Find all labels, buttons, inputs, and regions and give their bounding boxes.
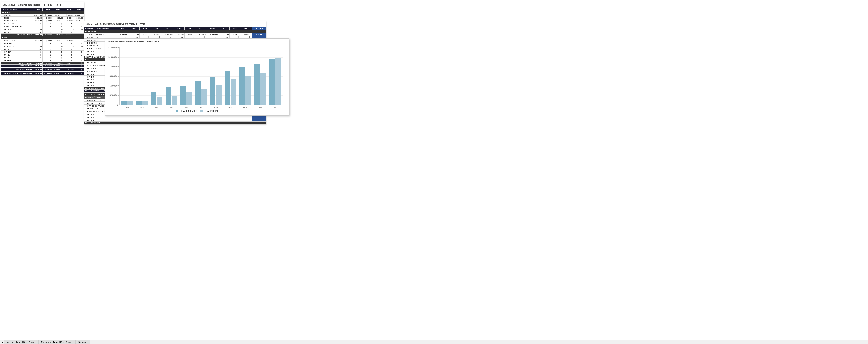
svg-rect-24 — [180, 86, 186, 105]
legend-expenses-color — [176, 110, 179, 112]
table-row: COMMISSION $ 56.00 $ 70.00 $ 80.00 $ 80.… — [1, 20, 84, 22]
svg-rect-16 — [142, 101, 148, 105]
table-row: SERVICE CHARGES $ - $ - $ - $ - $ - — [1, 25, 84, 28]
col-may-h: MAY — [74, 8, 84, 11]
bar-jan-income — [127, 101, 133, 105]
svg-rect-30 — [210, 77, 215, 105]
svg-rect-33 — [225, 71, 230, 105]
bank-header: BANK — [1, 36, 84, 39]
svg-text:APR: APR — [155, 106, 159, 108]
legend-expenses: TOTAL EXPENSES — [176, 110, 197, 112]
svg-rect-39 — [254, 64, 260, 105]
sales-label: SALES — [1, 14, 33, 17]
col-feb: FEB — [42, 8, 53, 11]
svg-rect-15 — [136, 101, 142, 105]
table-row: BONUS PAY $ - $ - $ - $ - $ - $ - $ - $ … — [84, 36, 266, 39]
income-title: ANNUAL BUSINESS BUDGET TEMPLATE — [1, 2, 84, 8]
total-banking-row: TOTAL BANKING $ 70.00 $ 70.00 $ 80.00 $ … — [1, 62, 84, 65]
svg-rect-21 — [165, 87, 171, 105]
col-jan: JAN — [33, 8, 42, 11]
svg-rect-25 — [186, 92, 192, 105]
svg-rect-42 — [269, 59, 275, 105]
svg-text:SEPT: SEPT — [228, 106, 233, 108]
svg-rect-22 — [172, 96, 177, 105]
svg-text:MAY: MAY — [169, 106, 174, 108]
ytd-row: YEAR-TO-DATE TOTAL EXPENSES $ 876.00 $ 1… — [1, 72, 84, 75]
expenses-header-row: EXPENSES - EMPLOYMENT JAN FEB MAR APR MA… — [84, 27, 266, 30]
chart-container: $- $2,000.00 $4,000.00 $6,000.00 $8,000.… — [105, 44, 289, 115]
table-row: FEES $ 50.00 $ 60.00 $ 50.00 $ 50.00 $ 6… — [1, 17, 84, 20]
chart-panel: ANNUAL BUSINESS BUDGET TEMPLATE $- $2,00… — [105, 38, 289, 115]
expenses-title: ANNUAL BUSINESS BUDGET TEMPLATE — [84, 22, 266, 27]
col-exp-label: EXPENSES - EMPLOYMENT — [84, 27, 117, 30]
legend-income-label: TOTAL INCOME — [204, 110, 219, 112]
total-in-house-label: TOTAL IN HOUSE — [1, 34, 33, 36]
svg-text:AUG: AUG — [214, 106, 218, 108]
table-row: DIVIDENDS $ 70.00 $ 70.00 $ 80.00 $ 70.0… — [1, 39, 84, 42]
table-row: SALARIES/WAGES $ 350.00 $ 350.00 $ 350.0… — [84, 33, 266, 36]
table-row: REFUNDS $ - $ - $ - $ - $ - — [1, 45, 84, 48]
table-row: INTEREST $ - $ - $ - $ - $ - — [1, 42, 84, 45]
svg-text:$2,000.00: $2,000.00 — [110, 94, 119, 96]
legend-expenses-label: TOTAL EXPENSES — [179, 110, 197, 112]
income-header-row: INCOME SOURCE JAN FEB MAR APR MAY — [1, 8, 84, 11]
svg-text:$8,000.00: $8,000.00 — [110, 66, 119, 68]
total-expenses-summary-row: TOTAL EXPENSES $ 876.00 $ 960.00 $ 1,055… — [1, 68, 84, 71]
svg-rect-19 — [157, 97, 162, 105]
svg-text:JUN: JUN — [184, 106, 188, 108]
svg-text:NOV: NOV — [258, 106, 262, 108]
svg-text:$4,000.00: $4,000.00 — [110, 85, 119, 87]
table-row: BENEFITS $ - $ - $ - $ - $ - — [1, 22, 84, 25]
bar-chart: $- $2,000.00 $4,000.00 $6,000.00 $8,000.… — [107, 46, 285, 109]
table-row: OTHER $ - $ - $ - $ - $ - — [1, 28, 84, 31]
col-mar: MAR — [53, 8, 64, 11]
svg-text:JAN: JAN — [125, 106, 129, 108]
col-income-source: INCOME SOURCE — [1, 8, 33, 11]
svg-rect-28 — [201, 89, 207, 105]
svg-rect-36 — [239, 67, 245, 105]
svg-rect-40 — [260, 73, 266, 105]
legend-income: TOTAL INCOME — [200, 110, 219, 112]
table-row: OTHER $ - $ - $ - $ - $ - — [1, 59, 84, 62]
svg-rect-31 — [216, 85, 222, 105]
total-in-house-row: TOTAL IN HOUSE $ 806.00 $ 890.00 $ 975.0… — [1, 34, 84, 36]
svg-text:DEC: DEC — [273, 106, 277, 108]
permanent-header: PERMANENT — [84, 30, 266, 33]
in-house-label: IN HOUSE — [1, 11, 84, 14]
svg-rect-34 — [231, 79, 236, 105]
income-panel: ANNUAL BUSINESS BUDGET TEMPLATE INCOME S… — [1, 2, 84, 75]
svg-text:$-: $- — [117, 104, 119, 106]
svg-text:OCT: OCT — [243, 106, 247, 108]
svg-rect-18 — [151, 92, 156, 105]
svg-text:$10,000.00: $10,000.00 — [108, 56, 119, 58]
chart-legend: TOTAL EXPENSES TOTAL INCOME — [107, 109, 287, 113]
table-row: OTHER $ - $ - $ - $ - $ - — [1, 56, 84, 59]
table-row: OTHER $ - $ - $ - $ - $ - — [1, 48, 84, 51]
svg-text:$6,000.00: $6,000.00 — [110, 75, 119, 77]
income-table: INCOME SOURCE JAN FEB MAR APR MAY IN HOU… — [1, 8, 84, 75]
chart-title: ANNUAL BUSINESS BUDGET TEMPLATE — [105, 39, 289, 44]
col-apr: APR — [64, 8, 74, 11]
table-row: SALES $ 700.00 $ 760.00 $ 845.00 $ 500.0… — [1, 14, 84, 17]
bar-jan-expenses — [121, 101, 127, 105]
bank-label: BANK — [1, 36, 84, 39]
table-row: OTHER $ - $ - $ - $ - $ - — [1, 51, 84, 54]
legend-income-color — [200, 110, 203, 112]
svg-text:JUL: JUL — [199, 106, 203, 108]
svg-text:$12,000.00: $12,000.00 — [108, 47, 119, 49]
total-income-row: TOTAL INCOME $ 876.00 $ 960.00 $ 1,055.0… — [1, 65, 84, 67]
svg-rect-43 — [275, 58, 281, 105]
table-row: OTHER $ - $ - $ - $ - $ - — [1, 54, 84, 56]
svg-rect-27 — [195, 81, 201, 105]
svg-text:MAR: MAR — [140, 106, 144, 108]
in-house-header: IN HOUSE — [1, 11, 84, 14]
table-row: OTHER $ - $ - $ - $ - $ - — [1, 31, 84, 34]
main-content: ANNUAL BUSINESS BUDGET TEMPLATE INCOME S… — [0, 0, 289, 115]
sales-jan: $ 700.00 — [33, 14, 42, 17]
svg-rect-37 — [245, 76, 251, 105]
